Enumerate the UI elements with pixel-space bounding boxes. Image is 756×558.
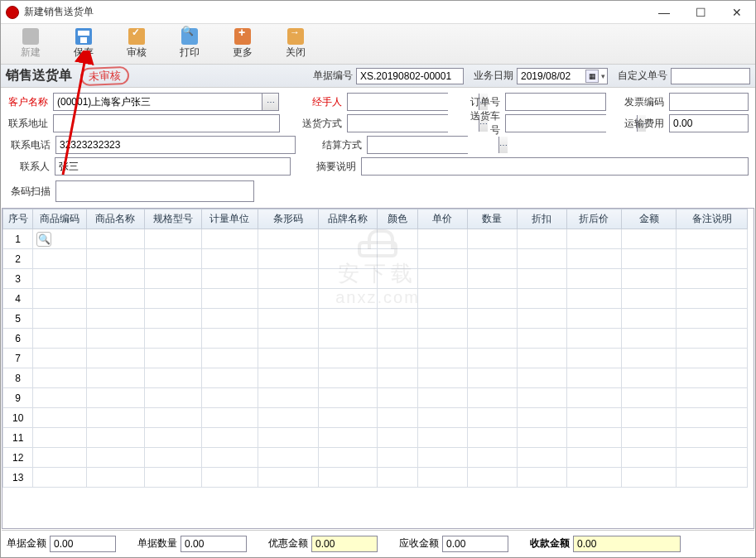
table-cell[interactable] (621, 388, 676, 408)
table-row[interactable]: 9 (3, 388, 748, 408)
items-table-wrap[interactable]: 序号商品编码商品名称规格型号计量单位条形码品牌名称颜色单价数量折扣折后价金额备注… (2, 208, 754, 529)
table-cell[interactable]: 9 (3, 388, 33, 408)
table-cell[interactable] (677, 329, 748, 349)
table-cell[interactable] (258, 289, 319, 309)
table-cell[interactable] (621, 269, 676, 289)
customer-combo[interactable]: ⋯ (53, 93, 279, 111)
ship-mode-combo[interactable]: ⋯ (347, 114, 448, 132)
table-cell[interactable] (318, 408, 377, 428)
freight-input[interactable] (669, 114, 749, 132)
table-cell[interactable] (201, 428, 258, 448)
table-cell[interactable]: 12 (3, 448, 33, 468)
table-cell[interactable] (517, 309, 566, 329)
table-cell[interactable] (318, 349, 377, 368)
table-cell[interactable] (318, 428, 377, 448)
table-cell[interactable]: 11 (3, 428, 33, 448)
table-cell[interactable] (377, 368, 417, 388)
table-cell[interactable] (377, 309, 417, 329)
table-cell[interactable] (145, 408, 201, 428)
table-cell[interactable] (417, 309, 467, 329)
table-cell[interactable] (145, 249, 201, 269)
table-cell[interactable] (145, 329, 201, 349)
settle-input[interactable] (368, 137, 498, 153)
table-row[interactable]: 12 (3, 448, 748, 468)
settle-lookup-button[interactable]: ⋯ (498, 137, 508, 153)
table-cell[interactable] (566, 249, 621, 269)
table-cell[interactable] (201, 269, 258, 289)
dropdown-icon[interactable]: ▾ (601, 72, 605, 80)
table-cell[interactable] (33, 388, 86, 408)
table-cell[interactable] (33, 249, 86, 269)
table-cell[interactable] (417, 229, 467, 249)
table-cell[interactable] (201, 309, 258, 329)
table-cell[interactable] (258, 249, 319, 269)
table-cell[interactable] (86, 428, 145, 448)
biz-date-picker[interactable]: 2019/08/02 ▦ ▾ (517, 68, 608, 84)
table-cell[interactable] (145, 368, 201, 388)
table-cell[interactable] (677, 349, 748, 368)
toolbar-new-button[interactable]: 新建 (4, 26, 57, 62)
table-cell[interactable] (258, 388, 319, 408)
table-cell[interactable] (318, 289, 377, 309)
table-cell[interactable] (201, 368, 258, 388)
table-cell[interactable] (33, 428, 86, 448)
table-cell[interactable] (467, 368, 517, 388)
table-cell[interactable] (677, 249, 748, 269)
table-cell[interactable] (467, 249, 517, 269)
table-row[interactable]: 10 (3, 408, 748, 428)
table-cell[interactable] (86, 349, 145, 368)
col-header[interactable]: 备注说明 (677, 209, 748, 229)
table-cell[interactable] (517, 289, 566, 309)
table-cell[interactable] (377, 229, 417, 249)
vehicle-input[interactable] (506, 115, 637, 132)
ship-mode-input[interactable] (348, 115, 479, 132)
table-row[interactable]: 8 (3, 368, 748, 388)
table-cell[interactable] (86, 329, 145, 349)
table-cell[interactable] (417, 428, 467, 448)
table-cell[interactable] (517, 249, 566, 269)
table-cell[interactable] (566, 428, 621, 448)
table-cell[interactable]: 10 (3, 408, 33, 428)
table-cell[interactable] (377, 428, 417, 448)
contact-input[interactable] (55, 157, 291, 176)
handler-combo[interactable]: ⋯ (347, 93, 448, 111)
table-cell[interactable] (377, 388, 417, 408)
table-cell[interactable] (621, 368, 676, 388)
table-cell[interactable] (258, 428, 319, 448)
table-row[interactable]: 7 (3, 349, 748, 368)
table-cell[interactable] (677, 289, 748, 309)
table-row[interactable]: 2 (3, 249, 748, 269)
customer-lookup-button[interactable]: ⋯ (262, 94, 278, 110)
table-cell[interactable] (677, 309, 748, 329)
table-cell[interactable] (517, 448, 566, 468)
table-cell[interactable] (517, 368, 566, 388)
table-cell[interactable] (201, 448, 258, 468)
table-cell[interactable] (677, 368, 748, 388)
table-cell[interactable] (318, 388, 377, 408)
table-cell[interactable] (621, 349, 676, 368)
col-header[interactable]: 折扣 (517, 209, 566, 229)
table-cell[interactable] (86, 468, 145, 488)
table-cell[interactable] (566, 468, 621, 488)
vehicle-combo[interactable]: ⋯ (505, 114, 606, 132)
table-cell[interactable] (621, 309, 676, 329)
table-cell[interactable] (377, 289, 417, 309)
table-cell[interactable] (467, 428, 517, 448)
table-cell[interactable] (677, 269, 748, 289)
table-cell[interactable] (417, 269, 467, 289)
table-cell[interactable]: 2 (3, 249, 33, 269)
table-cell[interactable] (86, 388, 145, 408)
settle-combo[interactable]: ⋯ (367, 136, 468, 154)
table-cell[interactable] (318, 229, 377, 249)
table-cell[interactable] (517, 428, 566, 448)
table-cell[interactable] (377, 269, 417, 289)
col-header[interactable]: 品牌名称 (318, 209, 377, 229)
table-cell[interactable] (467, 448, 517, 468)
table-cell[interactable] (621, 408, 676, 428)
custom-no-input[interactable] (671, 68, 750, 84)
table-cell[interactable] (377, 329, 417, 349)
table-row[interactable]: 6 (3, 329, 748, 349)
table-cell[interactable] (33, 368, 86, 388)
table-cell[interactable] (377, 408, 417, 428)
table-cell[interactable] (467, 329, 517, 349)
